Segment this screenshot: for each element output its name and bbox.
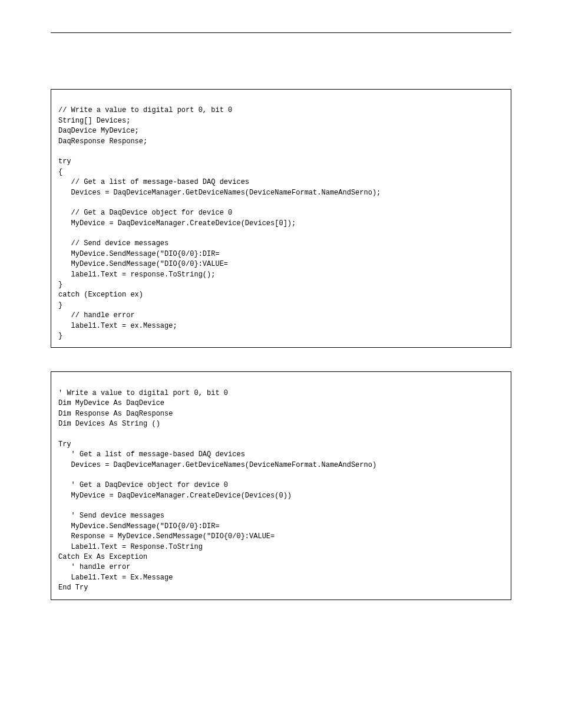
code-line: label1.Text = response.ToString();: [58, 271, 215, 279]
header-rule: [51, 32, 511, 33]
code-line: MyDevice = DaqDeviceManager.CreateDevice…: [58, 492, 292, 500]
code-line: }: [58, 281, 62, 289]
code-line: }: [58, 301, 62, 309]
code-line: Dim Response As DaqResponse: [58, 410, 173, 418]
code-line: Dim Devices As String (): [58, 420, 160, 428]
code-line: ' Get a list of message-based DAQ device…: [58, 450, 245, 459]
code-line: End Try: [58, 584, 88, 592]
code-line: }: [58, 332, 62, 340]
code-line: MyDevice.SendMessage("DIO{0/0}:DIR=: [58, 250, 220, 258]
code-line: Response = MyDevice.SendMessage("DIO{0/0…: [58, 532, 275, 541]
code-line: {: [58, 168, 62, 176]
code-line: DaqDevice MyDevice;: [58, 127, 139, 135]
code-line: ' Send device messages: [58, 512, 164, 520]
csharp-code-block: // Write a value to digital port 0, bit …: [51, 89, 511, 348]
code-line: // Get a DaqDevice object for device 0: [58, 209, 232, 217]
code-line: String[] Devices;: [58, 117, 130, 125]
code-line: try: [58, 157, 71, 166]
code-line: MyDevice.SendMessage("DIO{0/0}:VALUE=: [58, 260, 228, 268]
code-line: Catch Ex As Exception: [58, 553, 147, 561]
code-line: // Send device messages: [58, 239, 168, 248]
code-line: MyDevice = DaqDeviceManager.CreateDevice…: [58, 219, 296, 228]
code-line: // Get a list of message-based DAQ devic…: [58, 178, 249, 186]
code-line: ' Get a DaqDevice object for device 0: [58, 481, 228, 489]
code-line: MyDevice.SendMessage("DIO{0/0}:DIR=: [58, 522, 220, 531]
code-line: label1.Text = ex.Message;: [58, 322, 177, 330]
code-line: DaqResponse Response;: [58, 137, 147, 146]
code-line: ' handle error: [58, 563, 130, 571]
code-line: ' Write a value to digital port 0, bit 0: [58, 389, 228, 397]
code-line: Label1.Text = Response.ToString: [58, 543, 203, 551]
code-line: Label1.Text = Ex.Message: [58, 574, 173, 582]
code-line: Devices = DaqDeviceManager.GetDeviceName…: [58, 189, 381, 197]
code-line: // handle error: [58, 311, 135, 319]
vb-code-block: ' Write a value to digital port 0, bit 0…: [51, 371, 511, 599]
code-line: Devices = DaqDeviceManager.GetDeviceName…: [58, 461, 376, 469]
code-line: Try: [58, 440, 71, 449]
document-page: // Write a value to digital port 0, bit …: [0, 0, 562, 600]
code-line: catch (Exception ex): [58, 291, 143, 299]
code-line: Dim MyDevice As DaqDevice: [58, 399, 164, 407]
code-line: // Write a value to digital port 0, bit …: [58, 106, 232, 114]
